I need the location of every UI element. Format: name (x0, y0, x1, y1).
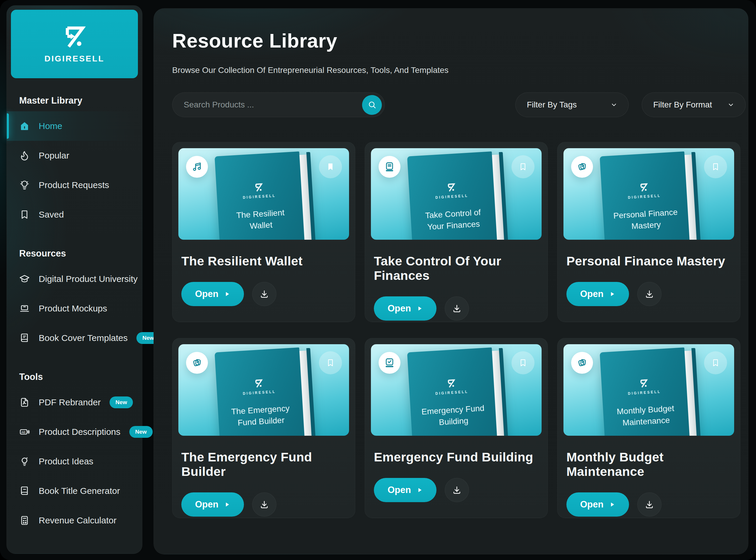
sidebar-item-pdf-rebrander[interactable]: PDF Rebrander New (19, 387, 130, 417)
book-brand: DIGIRESELL (243, 390, 276, 396)
download-icon (259, 289, 269, 299)
filter-filter-by-tags[interactable]: Filter By Tags (515, 93, 629, 117)
download-button[interactable] (637, 282, 661, 306)
book-cover-title: Emergency FundBuilding (421, 402, 485, 429)
product-card: DIGIRESELL Emergency FundBuilding Emerge… (365, 338, 548, 518)
digiresell-logo-icon (446, 182, 456, 192)
bookmark-icon (19, 209, 30, 220)
new-badge: New (130, 426, 153, 438)
bookmark-icon (711, 162, 720, 171)
product-card: DIGIRESELL Personal FinanceMastery Perso… (557, 142, 740, 322)
search-button[interactable] (362, 95, 382, 115)
open-button[interactable]: Open (181, 493, 244, 517)
book-cover-title: The ResilientWallet (236, 207, 285, 233)
search-bar (172, 93, 385, 117)
sidebar-section-heading: Resources (19, 248, 130, 259)
cover-image: DIGIRESELL The ResilientWallet (178, 148, 349, 240)
download-button[interactable] (252, 493, 276, 517)
book-mockup: DIGIRESELL Take Control ofYour Finances (407, 151, 509, 240)
calculator-icon (19, 515, 30, 526)
sidebar-item-label: Product Ideas (39, 456, 93, 466)
sidebar-item-popular[interactable]: Popular (19, 141, 130, 170)
product-title: The Resilient Wallet (178, 254, 349, 268)
download-button[interactable] (445, 478, 469, 502)
sidebar-item-label: Book Cover Templates (39, 333, 127, 343)
bookmark-save-button[interactable] (512, 155, 535, 178)
open-button[interactable]: Open (181, 282, 244, 306)
sidebar-item-label: Saved (39, 209, 64, 220)
download-button[interactable] (445, 296, 469, 321)
home-icon (19, 121, 30, 132)
bookmark-save-button[interactable] (319, 351, 342, 374)
open-button[interactable]: Open (374, 296, 436, 321)
open-button[interactable]: Open (374, 478, 436, 502)
sidebar-section: Master Library Home Popular Product Requ… (19, 95, 130, 229)
notebook-icon (384, 161, 395, 173)
book-brand: DIGIRESELL (628, 194, 661, 200)
format-type-badge (186, 156, 208, 178)
download-icon (259, 499, 269, 509)
open-button[interactable]: Open (566, 282, 629, 306)
sidebar-section-heading: Tools (19, 372, 130, 382)
bookmark-filled-icon (326, 162, 335, 171)
sidebar-item-product-ideas[interactable]: Product Ideas (19, 447, 130, 476)
music-note-icon (191, 161, 203, 173)
play-icon (224, 291, 230, 297)
digiresell-logo-icon (639, 182, 649, 192)
book-cover-title: Take Control ofYour Finances (425, 206, 482, 233)
bookmark-save-button[interactable] (512, 351, 535, 374)
page-title: Resource Library (172, 30, 730, 52)
open-button[interactable]: Open (566, 493, 629, 517)
page-subtitle: Browse Our Collection Of Entrepreneurial… (172, 65, 730, 75)
sidebar-item-label: Digital Product University (39, 274, 138, 284)
brand-name: DIGIRESELL (44, 54, 104, 63)
toolbar: Filter By Tags Filter By Format (172, 93, 730, 117)
lightbulb-icon (19, 180, 30, 191)
search-input[interactable] (173, 93, 384, 117)
cover-image: DIGIRESELL Emergency FundBuilding (371, 344, 542, 436)
book-cover-title: Personal FinanceMastery (613, 206, 679, 233)
idea-sparkle-icon (19, 456, 30, 467)
bookmark-icon (519, 162, 528, 171)
download-button[interactable] (637, 493, 661, 517)
filter-group: Filter By Tags Filter By Format (515, 93, 746, 117)
sidebar-item-book-cover-templates[interactable]: Book Cover Templates New (19, 323, 130, 353)
bookmark-save-button[interactable] (704, 155, 727, 178)
sidebar-item-digital-product-university[interactable]: Digital Product University (19, 264, 130, 294)
bookmark-icon (326, 358, 335, 367)
format-type-badge (186, 352, 208, 374)
filter-filter-by-format[interactable]: Filter By Format (642, 93, 746, 117)
book-mockup: DIGIRESELL The EmergencyFund Builder (215, 347, 316, 436)
sidebar-item-label: Home (39, 121, 62, 131)
format-type-badge (571, 156, 593, 178)
sidebar-section-heading: Master Library (19, 95, 130, 106)
play-icon (609, 291, 615, 297)
sidebar-item-saved[interactable]: Saved (19, 200, 130, 229)
product-title: The Emergency Fund Builder (178, 450, 349, 479)
sidebar-item-revenue-calculator[interactable]: Revenue Calculator (19, 506, 130, 535)
download-button[interactable] (252, 282, 276, 306)
cards-icon (191, 357, 203, 368)
book-icon (19, 333, 30, 343)
digiresell-logo-icon (63, 24, 86, 48)
search-icon (367, 100, 377, 109)
sidebar-item-product-mockups[interactable]: Product Mockups (19, 294, 130, 323)
sidebar-item-label: PDF Rebrander (39, 397, 101, 407)
play-icon (609, 501, 615, 508)
product-title: Personal Finance Mastery (563, 254, 734, 268)
sidebar-item-home[interactable]: Home (19, 111, 130, 141)
download-icon (452, 303, 462, 314)
digiresell-logo-icon (254, 378, 263, 388)
product-grid: DIGIRESELL The ResilientWallet The Resil… (172, 142, 730, 518)
sidebar-item-product-requests[interactable]: Product Requests (19, 170, 130, 200)
sidebar-item-book-title-generator[interactable]: Book Title Generator (19, 476, 130, 506)
play-icon (224, 501, 230, 508)
sidebar-item-product-descriptions[interactable]: AD Product Descriptions New (19, 417, 130, 447)
book-mockup: DIGIRESELL Personal FinanceMastery (600, 151, 701, 240)
product-card: DIGIRESELL The EmergencyFund Builder The… (172, 338, 355, 518)
ad-box-icon: AD (19, 426, 30, 437)
bookmark-save-button[interactable] (319, 155, 342, 178)
sidebar-item-label: Product Descriptions (39, 427, 120, 437)
bookmark-save-button[interactable] (704, 351, 727, 374)
product-title: Take Control Of Your Finances (371, 254, 542, 283)
